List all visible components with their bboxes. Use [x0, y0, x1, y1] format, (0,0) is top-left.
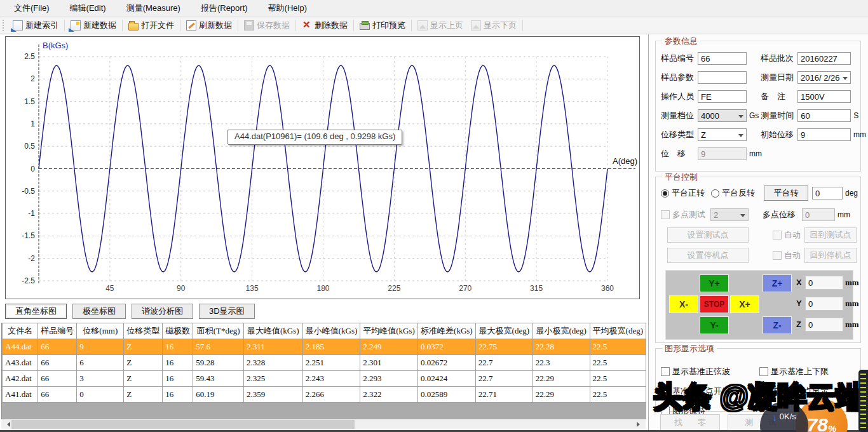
chart-view-tabs: 直角坐标图极坐标图谐波分析图3D显示图 — [5, 304, 255, 319]
stop-button[interactable]: STOP — [700, 295, 729, 313]
y-position-input[interactable]: 0 — [805, 297, 843, 311]
menu-help[interactable]: 帮助(Help) — [258, 0, 317, 17]
x-position-input[interactable]: 0 — [805, 276, 843, 290]
table-cell: A43.dat — [3, 355, 38, 371]
column-header[interactable]: 最大极宽(deg) — [475, 323, 532, 339]
table-cell: A42.dat — [3, 371, 38, 387]
chevron-down-icon — [738, 115, 743, 121]
remark-input[interactable]: 1500V — [797, 90, 851, 103]
toolbar-new-index-button[interactable]: 新建索引 — [9, 18, 62, 33]
init-disp-unit: mm — [853, 130, 866, 139]
column-header[interactable]: 样品编号 — [38, 323, 77, 339]
measure-date-select[interactable]: 2016/ 2/26 — [797, 71, 851, 84]
column-header[interactable]: 最大峰值(kGs) — [243, 323, 302, 339]
scrollbar-thumb[interactable] — [11, 420, 355, 429]
column-header[interactable]: 面积(T*deg) — [193, 323, 244, 339]
table-cell: 0.0372 — [417, 339, 475, 355]
column-header[interactable]: 位移类型 — [124, 323, 163, 339]
measure-time-input[interactable]: 60 — [797, 109, 851, 122]
x-tick-label: 225 — [388, 284, 400, 293]
tab-harmonic-chart[interactable]: 谐波分析图 — [132, 304, 193, 319]
z-minus-button[interactable]: Z- — [763, 316, 792, 334]
scroll-left-arrow-icon[interactable] — [4, 422, 10, 427]
params-group: 参数信息 样品编号 66 样品批次 20160227 样品参数 测量日期 201… — [655, 41, 861, 172]
sample-param-label: 样品参数 — [661, 72, 698, 83]
multipoint-checkbox[interactable] — [661, 210, 670, 219]
table-cell: Z — [124, 387, 163, 403]
tab-rect-chart[interactable]: 直角坐标图 — [5, 304, 67, 319]
toolbar-new-data-button[interactable]: 新建数据 — [67, 18, 120, 33]
tab-3d-chart[interactable]: 3D显示图 — [199, 304, 255, 319]
column-header[interactable]: 标准峰差(kGs) — [417, 323, 475, 339]
menu-edit[interactable]: 编辑(Edit) — [60, 0, 116, 17]
disp-type-label: 位移类型 — [661, 129, 698, 140]
platform-rotate-button[interactable]: 平台转 — [764, 186, 808, 201]
x-plus-button[interactable]: X+ — [730, 295, 759, 313]
z-position-input[interactable]: 0 — [805, 318, 843, 332]
column-header[interactable]: 磁极数 — [163, 323, 193, 339]
x-minus-button[interactable]: X- — [669, 295, 698, 313]
display-option-checkbox-0[interactable] — [661, 367, 670, 376]
page-prev-icon — [417, 20, 428, 30]
delete-data-icon — [302, 20, 312, 30]
toolbar-refresh-data-button[interactable]: 刷新数据 — [182, 18, 236, 33]
measure-range-label: 测量档位 — [661, 110, 698, 121]
table-row[interactable]: A44.dat669Z1657.62.3112.1852.2490.037222… — [3, 339, 646, 355]
chevron-down-icon — [843, 77, 848, 83]
measure-range-value: 4000 — [701, 111, 719, 121]
waveform-chart-panel: A44.dat(P10961)= (109.6 deg , 0.9298 kGs… — [5, 36, 640, 299]
table-cell: 16 — [163, 371, 193, 387]
column-header[interactable]: 位移(mm) — [77, 323, 124, 339]
platform-reverse-radio[interactable] — [711, 189, 719, 198]
sample-batch-input[interactable]: 20160227 — [797, 52, 851, 65]
toolbar-print-preview-button[interactable]: 打印预览 — [356, 18, 409, 33]
column-header[interactable]: 文件名 — [3, 323, 38, 339]
table-cell: 0 — [77, 387, 124, 403]
table-row[interactable]: A41.dat660Z1660.192.3592.2662.3220.02589… — [3, 387, 646, 403]
y-plus-button[interactable]: Y+ — [700, 274, 729, 292]
table-cell: Z — [124, 371, 163, 387]
column-header[interactable]: 平均峰值(kGs) — [360, 323, 418, 339]
init-disp-input[interactable]: 9 — [797, 128, 851, 141]
x-axis-title: A(deg) — [613, 156, 637, 166]
toolbar-delete-data-button[interactable]: 删除数据 — [298, 18, 351, 33]
column-header[interactable]: 最小峰值(kGs) — [302, 323, 360, 339]
display-option-checkbox-1[interactable] — [759, 367, 768, 376]
table-cell: 0.02672 — [417, 355, 475, 371]
recorder-percent-unit: % — [828, 423, 836, 432]
y-minus-button[interactable]: Y- — [700, 316, 729, 334]
table-row[interactable]: A43.dat666Z1659.282.3282.2512.3010.02672… — [3, 355, 646, 371]
platform-rotate-input[interactable]: 0 — [812, 187, 843, 199]
menu-report[interactable]: 报告(Report) — [191, 0, 258, 17]
toolbar-open-file-button[interactable]: 打开文件 — [125, 18, 178, 33]
table-cell: 0.02424 — [417, 371, 475, 387]
disp-type-value: Z — [701, 130, 706, 140]
z-plus-button[interactable]: Z+ — [763, 274, 792, 292]
y-tick-label: -2.5 — [22, 276, 35, 285]
disp-type-select[interactable]: Z — [698, 128, 747, 141]
menu-file[interactable]: 文件(File) — [4, 0, 60, 17]
sample-id-label: 样品编号 — [661, 53, 698, 64]
table-cell: 6 — [77, 355, 124, 371]
measure-range-select[interactable]: 4000 — [698, 109, 747, 122]
y-axis-title: B(kGs) — [43, 41, 68, 50]
platform-forward-radio[interactable] — [661, 189, 669, 198]
table-cell: 22.29 — [532, 371, 590, 387]
horizontal-scrollbar[interactable] — [1, 419, 646, 429]
platform-reverse-label: 平台反转 — [722, 187, 755, 199]
table-row[interactable]: A42.dat663Z1659.432.3252.2432.2930.02424… — [3, 371, 646, 387]
tab-polar-chart[interactable]: 极坐标图 — [72, 304, 126, 319]
operator-input[interactable]: FE — [698, 90, 747, 103]
table-cell: Z — [124, 355, 163, 371]
scroll-right-arrow-icon[interactable] — [637, 422, 642, 427]
column-header[interactable]: 平均极宽(deg) — [590, 323, 646, 339]
measure-date-label: 测量日期 — [761, 72, 797, 83]
multipoint-label: 多点测试 — [672, 209, 705, 220]
table-cell: 2.185 — [302, 339, 360, 355]
table-cell: 22.7 — [475, 355, 532, 371]
sample-id-input[interactable]: 66 — [698, 52, 747, 65]
table-cell: A41.dat — [3, 387, 38, 403]
menu-measure[interactable]: 测量(Measure) — [116, 0, 191, 17]
sample-param-input[interactable] — [698, 71, 747, 84]
column-header[interactable]: 最小极宽(deg) — [532, 323, 590, 339]
